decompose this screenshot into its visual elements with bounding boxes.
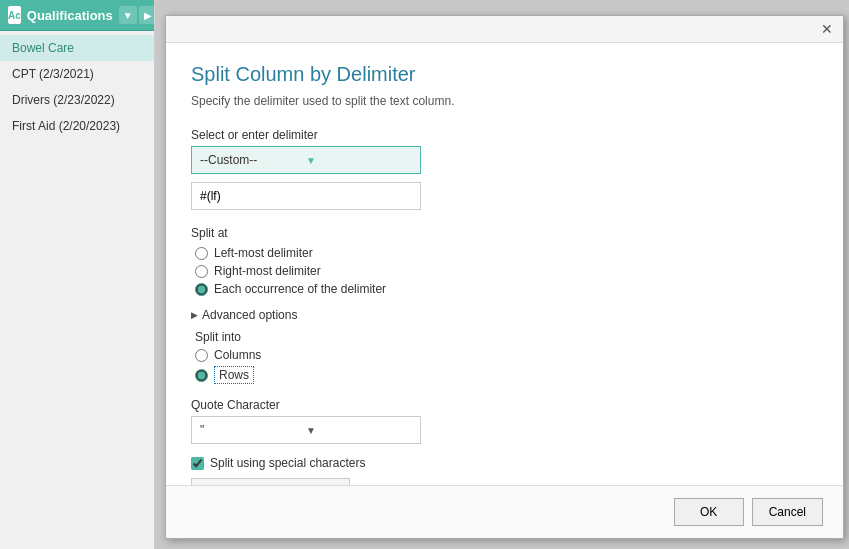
radio-each-occurrence[interactable]: Each occurrence of the delimiter [195, 282, 818, 296]
sidebar-collapse-btn[interactable]: ▼ [119, 6, 137, 24]
radio-each-occurrence-label: Each occurrence of the delimiter [214, 282, 386, 296]
special-characters-checkbox[interactable] [191, 457, 204, 470]
radio-leftmost-label: Left-most delimiter [214, 246, 313, 260]
qualifications-icon: Ac [8, 6, 21, 24]
radio-columns-input[interactable] [195, 349, 208, 362]
sidebar-header-controls: ▼ ▶ [119, 6, 157, 24]
sidebar-item-drivers[interactable]: Drivers (2/23/2022) [0, 87, 154, 113]
radio-rightmost-label: Right-most delimiter [214, 264, 321, 278]
dialog-subtitle: Specify the delimiter used to split the … [191, 94, 818, 108]
split-at-label: Split at [191, 226, 818, 240]
radio-columns-label: Columns [214, 348, 261, 362]
icon-text: Ac [8, 10, 21, 21]
radio-rows[interactable]: Rows [195, 366, 818, 384]
quote-character-label: Quote Character [191, 398, 818, 412]
ok-button[interactable]: OK [674, 498, 744, 526]
special-characters-label: Split using special characters [210, 456, 365, 470]
cancel-button[interactable]: Cancel [752, 498, 823, 526]
radio-each-occurrence-input[interactable] [195, 283, 208, 296]
special-characters-checkbox-row[interactable]: Split using special characters [191, 456, 818, 470]
main-area: ✕ Split Column by Delimiter Specify the … [155, 0, 849, 549]
radio-rightmost-input[interactable] [195, 265, 208, 278]
advanced-arrow-icon: ▶ [191, 310, 198, 320]
dialog-titlebar: ✕ [166, 16, 843, 43]
split-at-radio-group: Left-most delimiter Right-most delimiter… [195, 246, 818, 296]
split-column-dialog: ✕ Split Column by Delimiter Specify the … [165, 15, 844, 539]
delimiter-label: Select or enter delimiter [191, 128, 818, 142]
radio-leftmost-input[interactable] [195, 247, 208, 260]
sidebar-title: Qualifications [27, 8, 113, 23]
delimiter-dropdown[interactable]: --Custom-- ▼ [191, 146, 421, 174]
split-into-label: Split into [195, 330, 818, 344]
radio-rows-label: Rows [214, 366, 254, 384]
delimiter-value: --Custom-- [200, 153, 306, 167]
quote-arrow-icon: ▼ [306, 425, 412, 436]
quote-character-dropdown[interactable]: " ▼ [191, 416, 421, 444]
radio-columns[interactable]: Columns [195, 348, 818, 362]
quote-character-section: Quote Character " ▼ [191, 398, 818, 444]
dialog-body: Split Column by Delimiter Specify the de… [166, 43, 843, 485]
advanced-options-header[interactable]: ▶ Advanced options [191, 308, 818, 322]
delimiter-arrow-icon: ▼ [306, 155, 412, 166]
quote-character-value: " [200, 423, 306, 437]
dialog-footer: OK Cancel [166, 485, 843, 538]
custom-delimiter-input[interactable] [191, 182, 421, 210]
advanced-options-label: Advanced options [202, 308, 297, 322]
dialog-close-button[interactable]: ✕ [817, 20, 837, 38]
sidebar-item-cpt[interactable]: CPT (2/3/2021) [0, 61, 154, 87]
dialog-title: Split Column by Delimiter [191, 63, 818, 86]
radio-rightmost[interactable]: Right-most delimiter [195, 264, 818, 278]
insert-special-character-button[interactable]: Insert special character ▼ [191, 478, 350, 485]
sidebar-item-bowel-care[interactable]: Bowel Care [0, 35, 154, 61]
sidebar-items: Bowel Care CPT (2/3/2021) Drivers (2/23/… [0, 31, 154, 549]
radio-leftmost[interactable]: Left-most delimiter [195, 246, 818, 260]
sidebar-header: Ac Qualifications ▼ ▶ [0, 0, 154, 31]
sidebar: Ac Qualifications ▼ ▶ Bowel Care CPT (2/… [0, 0, 155, 549]
split-into-radio-group: Columns Rows [195, 348, 818, 384]
sidebar-item-first-aid[interactable]: First Aid (2/20/2023) [0, 113, 154, 139]
radio-rows-input[interactable] [195, 369, 208, 382]
